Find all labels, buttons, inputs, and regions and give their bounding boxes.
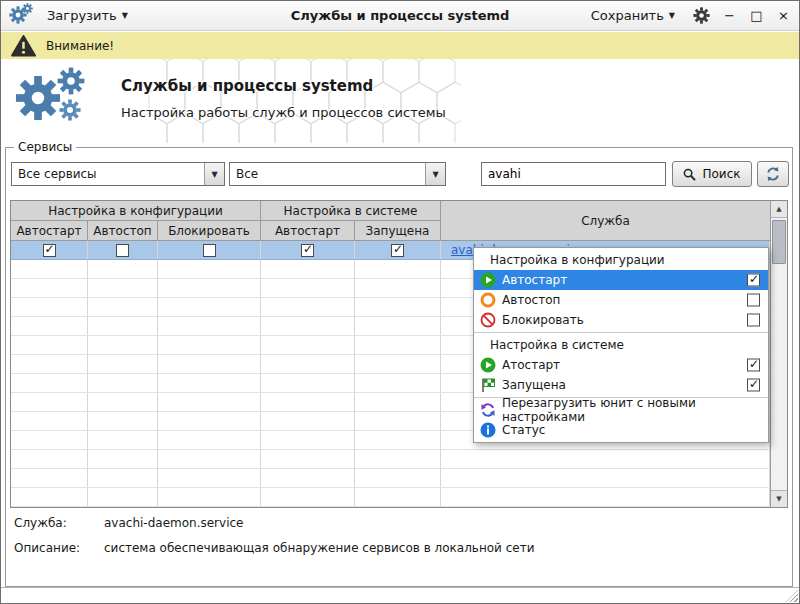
save-menu-button[interactable]: Сохранить ▼ xyxy=(585,5,681,26)
menu-item-reload-unit[interactable]: Перезагрузить юнит с новыми настройками xyxy=(474,400,768,420)
col-header-service: Служба xyxy=(441,201,770,241)
scroll-up-button[interactable]: ▲ xyxy=(771,201,787,218)
col-header-block: Блокировать xyxy=(158,221,261,241)
hexagon-pattern xyxy=(141,59,461,143)
warning-text: Внимание! xyxy=(46,39,114,53)
col-header-running: Запущена xyxy=(355,221,441,241)
chevron-down-icon[interactable]: ▼ xyxy=(204,163,224,185)
col-header-autostart-system: Автостарт xyxy=(261,221,355,241)
menu-item-block[interactable]: Блокировать xyxy=(474,310,768,330)
checkbox-running[interactable] xyxy=(391,244,404,257)
description-value: система обеспечивающая обнаружение серви… xyxy=(104,541,534,555)
menu-item-label: Статус xyxy=(502,423,545,437)
menu-checkbox-block[interactable] xyxy=(747,314,760,327)
menu-section-system: Настройка в системе xyxy=(474,335,768,355)
description-label: Описание: xyxy=(14,541,104,555)
menu-item-autostop[interactable]: Автостоп xyxy=(474,290,768,310)
checkbox-block[interactable] xyxy=(203,244,216,257)
resize-grip[interactable] xyxy=(786,590,798,602)
menu-separator xyxy=(474,332,768,333)
app-window: Загрузить ▼ Службы и процессы systemd Со… xyxy=(0,0,800,604)
menu-item-label: Автостарт xyxy=(502,273,567,287)
save-menu-label: Сохранить xyxy=(591,8,664,23)
refresh-button[interactable] xyxy=(757,161,789,187)
state-filter-select[interactable]: Все ▼ xyxy=(229,162,446,186)
minimize-button[interactable]: − xyxy=(722,8,737,23)
menu-section-config: Настройка в конфигурации xyxy=(474,250,768,270)
service-value: avachi-daemon.service xyxy=(104,516,243,530)
search-button[interactable]: Поиск xyxy=(672,161,752,187)
menu-checkbox-autostop[interactable] xyxy=(747,294,760,307)
info-icon xyxy=(480,422,496,438)
window-title: Службы и процессы systemd xyxy=(291,8,510,23)
app-gear-icon xyxy=(9,4,33,28)
maximize-button[interactable]: □ xyxy=(749,8,764,23)
play-icon xyxy=(480,272,496,288)
state-filter-value: Все xyxy=(230,167,425,181)
chevron-down-icon[interactable]: ▼ xyxy=(425,163,445,185)
menu-item-label: Атостарт xyxy=(502,358,560,372)
stop-icon xyxy=(480,292,496,308)
header-title: Службы и процессы systemd xyxy=(121,77,373,95)
vertical-scrollbar[interactable]: ▲ ▼ xyxy=(770,201,787,507)
services-legend: Сервисы xyxy=(14,140,76,154)
warning-banner: Внимание! xyxy=(1,32,799,59)
settings-gear-icon[interactable] xyxy=(693,7,710,24)
flag-icon xyxy=(480,377,496,393)
checkbox-autostart-system[interactable] xyxy=(301,244,314,257)
menu-checkbox-autostart-system[interactable] xyxy=(747,359,760,372)
menu-item-running[interactable]: Запущена xyxy=(474,375,768,395)
menu-item-label: Запущена xyxy=(502,378,566,392)
group-header-system: Настройка в системе xyxy=(261,201,441,221)
details-panel: Служба: avachi-daemon.service Описание: … xyxy=(14,516,782,566)
service-filter-value: Все сервисы xyxy=(12,167,204,181)
reload-icon xyxy=(480,402,496,418)
service-label: Служба: xyxy=(14,516,104,530)
load-menu-button[interactable]: Загрузить ▼ xyxy=(41,5,134,26)
search-input[interactable] xyxy=(481,162,666,186)
menu-checkbox-running[interactable] xyxy=(747,379,760,392)
table-header: Настройка в конфигурации Настройка в сис… xyxy=(11,201,770,241)
table-row-empty[interactable] xyxy=(11,450,770,469)
refresh-icon xyxy=(765,166,781,182)
load-menu-label: Загрузить xyxy=(47,8,117,23)
play-icon xyxy=(480,357,496,373)
menu-item-autostart-system[interactable]: Атостарт xyxy=(474,355,768,375)
app-logo-gears-icon xyxy=(15,65,89,137)
menu-item-label: Блокировать xyxy=(502,313,584,327)
close-button[interactable]: × xyxy=(776,8,791,23)
checkbox-autostop[interactable] xyxy=(116,244,129,257)
menu-item-label: Автостоп xyxy=(502,293,560,307)
search-icon xyxy=(683,168,696,181)
context-menu: Настройка в конфигурации Автостарт Автос… xyxy=(473,247,769,443)
col-header-autostart-config: Автостарт xyxy=(11,221,88,241)
col-header-autostop: Автостоп xyxy=(88,221,158,241)
service-filter-select[interactable]: Все сервисы ▼ xyxy=(11,162,225,186)
header-subtitle: Настройка работы служб и процессов систе… xyxy=(121,105,446,120)
chevron-down-icon: ▼ xyxy=(122,11,128,20)
scroll-down-button[interactable]: ▼ xyxy=(771,490,787,507)
scrollbar-track[interactable] xyxy=(771,218,787,490)
titlebar: Загрузить ▼ Службы и процессы systemd Со… xyxy=(1,1,799,31)
status-bar xyxy=(1,587,799,603)
warning-icon xyxy=(11,35,36,57)
search-button-label: Поиск xyxy=(702,167,740,181)
menu-item-autostart-config[interactable]: Автостарт xyxy=(474,270,768,290)
menu-item-status[interactable]: Статус xyxy=(474,420,768,440)
menu-checkbox-autostart-config[interactable] xyxy=(747,274,760,287)
scrollbar-thumb[interactable] xyxy=(772,220,786,264)
table-row-empty[interactable] xyxy=(11,469,770,488)
table-row-empty[interactable] xyxy=(11,488,770,507)
group-header-config: Настройка в конфигурации xyxy=(11,201,261,221)
app-header: Службы и процессы systemd Настройка рабо… xyxy=(1,59,799,143)
chevron-down-icon: ▼ xyxy=(669,11,675,20)
block-icon xyxy=(480,312,496,328)
checkbox-autostart-config[interactable] xyxy=(43,244,56,257)
